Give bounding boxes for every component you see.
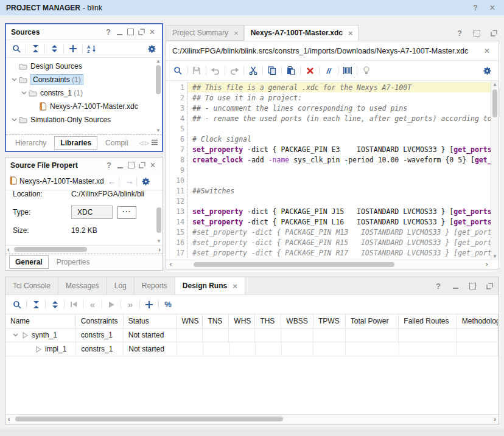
expand-all-icon[interactable]	[47, 42, 61, 55]
tree-item-constraints[interactable]: Constraints (1)	[6, 73, 162, 86]
search-icon[interactable]	[10, 42, 23, 55]
code-line-7[interactable]: 7set_property -dict { PACKAGE_PIN E3 IOS…	[166, 144, 491, 154]
type-more-button[interactable]: ···	[117, 206, 136, 219]
tab-design-runs[interactable]: Design Runs ×	[175, 277, 245, 294]
code-line-9[interactable]: 9	[166, 165, 491, 175]
code-line-1[interactable]: 1## This file is a general .xdc for the …	[166, 82, 491, 92]
column-header-wbss[interactable]: WBSS	[281, 314, 313, 328]
column-header-name[interactable]: Name	[5, 314, 76, 328]
add-sources-icon[interactable]	[66, 42, 80, 55]
help-icon[interactable]: ?	[433, 280, 444, 291]
close-icon[interactable]: ×	[147, 27, 157, 38]
code-line-4[interactable]: 4## - rename the used ports (in each lin…	[166, 113, 491, 123]
redo-icon[interactable]	[228, 64, 241, 77]
tree-item-nexys-a7-100t-master-xdc[interactable]: Nexys-A7-100T-Master.xdc	[6, 100, 162, 113]
code-line-17[interactable]: 17#set_property -dict { PACKAGE_PIN R17 …	[166, 247, 491, 258]
percent-icon[interactable]: %	[161, 298, 175, 311]
table-row-impl_1[interactable]: impl_1constrs_1Not started	[5, 342, 499, 356]
editor-vscrollbar[interactable]: ▲ ▼	[491, 81, 499, 260]
toggle-column-icon[interactable]	[341, 64, 354, 77]
code-line-12[interactable]: 12	[166, 196, 491, 206]
search-icon[interactable]	[171, 64, 184, 77]
settings-gear-icon[interactable]	[480, 64, 494, 77]
column-header-whs[interactable]: WHS	[229, 314, 255, 328]
column-header-total-power[interactable]: Total Power	[346, 314, 399, 328]
undo-icon[interactable]	[209, 64, 222, 77]
tree-item-simulation-only-sources[interactable]: Simulation-Only Sources	[6, 113, 162, 126]
float-icon[interactable]	[484, 280, 495, 291]
chevron-down-icon[interactable]	[19, 91, 28, 95]
tab-general[interactable]: General	[9, 255, 49, 269]
chevron-down-icon[interactable]	[10, 333, 20, 337]
column-header-tns[interactable]: TNS	[203, 314, 229, 328]
code-line-10[interactable]: 10	[166, 175, 491, 185]
step-back-icon[interactable]: «	[86, 298, 99, 311]
toggle-comment-icon[interactable]: //	[322, 64, 335, 77]
tab-project-summary[interactable]: Project Summary ×	[166, 25, 244, 41]
column-header-failed-routes[interactable]: Failed Routes	[399, 314, 457, 328]
paste-icon[interactable]	[284, 64, 298, 77]
column-header-wns[interactable]: WNS	[177, 314, 203, 328]
sort-az-icon[interactable]: AZ	[85, 42, 99, 55]
type-field[interactable]: XDC	[71, 206, 113, 219]
code-line-6[interactable]: 6# Clock signal	[166, 134, 491, 144]
expand-all-icon[interactable]	[48, 298, 61, 311]
save-icon[interactable]	[190, 64, 203, 77]
maximize-icon[interactable]	[125, 27, 135, 38]
minimize-icon[interactable]	[114, 27, 124, 38]
properties-scrollbar[interactable]: ▼	[156, 192, 162, 244]
tree-item-design-sources[interactable]: Design Sources	[6, 60, 162, 73]
maximize-icon[interactable]	[467, 280, 478, 291]
code-line-2[interactable]: 2## To use it in a project:	[166, 92, 491, 103]
reset-runs-icon[interactable]	[67, 298, 80, 311]
float-icon[interactable]	[488, 27, 499, 38]
help-icon[interactable]: ?	[454, 27, 465, 38]
chevron-down-icon[interactable]	[10, 118, 18, 122]
search-icon[interactable]	[10, 298, 24, 311]
code-line-5[interactable]: 5	[166, 123, 491, 134]
column-header-methodolog[interactable]: Methodolog	[457, 314, 499, 328]
copy-icon[interactable]	[265, 64, 279, 77]
help-icon[interactable]: ?	[470, 2, 481, 13]
table-row-synth_1[interactable]: synth_1constrs_1Not started	[5, 328, 499, 342]
tree-item-constrs-1[interactable]: constrs_1 (1)	[6, 86, 162, 100]
properties-title-bar[interactable]: Source File Propert ? ×	[5, 157, 163, 173]
tab-messages[interactable]: Messages	[58, 277, 107, 294]
code-line-11[interactable]: 11##Switches	[166, 185, 491, 196]
lightbulb-icon[interactable]	[360, 64, 373, 77]
code-line-15[interactable]: 15#set_property -dict { PACKAGE_PIN M13 …	[166, 227, 491, 237]
back-arrow-icon[interactable]: ←	[108, 176, 116, 186]
column-header-status[interactable]: Status	[124, 314, 177, 328]
minimize-icon[interactable]	[450, 280, 461, 291]
tab-scroll-left-icon[interactable]: ◁	[139, 140, 143, 146]
tab-reports[interactable]: Reports	[135, 277, 175, 294]
editor-hscrollbar[interactable]: ‹ ›	[166, 260, 491, 269]
tab-menu-icon[interactable]	[151, 139, 158, 147]
tab-libraries[interactable]: Libraries	[54, 136, 97, 150]
cut-icon[interactable]	[247, 64, 260, 77]
code-line-14[interactable]: 14set_property -dict { PACKAGE_PIN L16 I…	[166, 216, 491, 227]
float-icon[interactable]	[136, 27, 146, 38]
tab-close-icon[interactable]: ×	[348, 29, 353, 38]
forward-arrow-icon[interactable]: →	[125, 176, 134, 186]
sources-title-bar[interactable]: Sources ? ×	[6, 24, 162, 40]
column-header-constraints[interactable]: Constraints	[76, 314, 124, 328]
code-editor[interactable]: 1## This file is a general .xdc for the …	[166, 81, 499, 269]
column-header-ths[interactable]: THS	[255, 314, 281, 328]
chevron-down-icon[interactable]	[10, 78, 18, 81]
collapse-all-icon[interactable]	[29, 42, 42, 55]
help-icon[interactable]: ?	[104, 160, 114, 171]
column-header-tpws[interactable]: TPWS	[313, 314, 346, 328]
delete-icon[interactable]	[303, 64, 317, 77]
run-icon[interactable]	[105, 298, 118, 311]
close-icon[interactable]: ×	[148, 160, 158, 171]
bottom-hscrollbar[interactable]: ‹ ›	[5, 414, 499, 424]
settings-gear-icon[interactable]	[145, 42, 158, 55]
tab-tcl-console[interactable]: Tcl Console	[5, 277, 58, 294]
maximize-icon[interactable]	[471, 27, 482, 38]
tab-close-icon[interactable]: ×	[233, 282, 237, 291]
tab-hierarchy[interactable]: Hierarchy	[10, 137, 52, 149]
help-icon[interactable]: ?	[103, 27, 113, 38]
code-line-16[interactable]: 16#set_property -dict { PACKAGE_PIN R15 …	[166, 237, 491, 247]
create-run-icon[interactable]	[142, 298, 156, 311]
